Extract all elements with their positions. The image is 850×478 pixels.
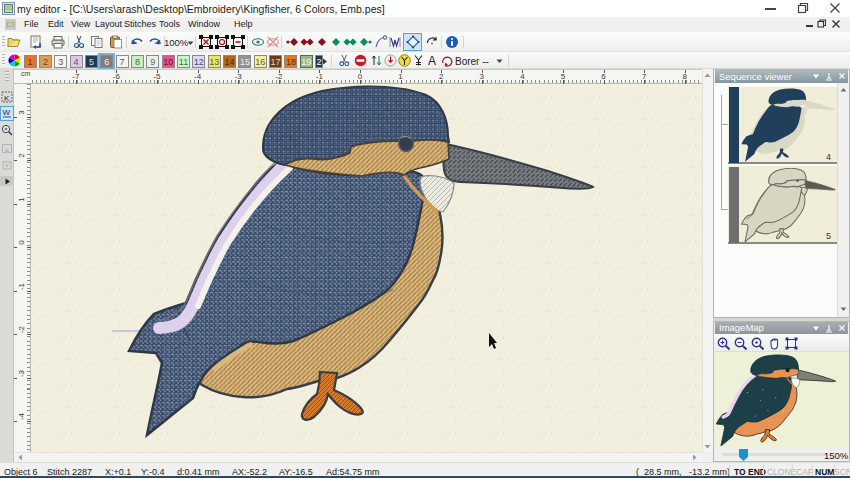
svg-text:K: K xyxy=(4,94,10,103)
svg-text:W: W xyxy=(3,108,11,117)
svg-text:A: A xyxy=(428,54,436,67)
